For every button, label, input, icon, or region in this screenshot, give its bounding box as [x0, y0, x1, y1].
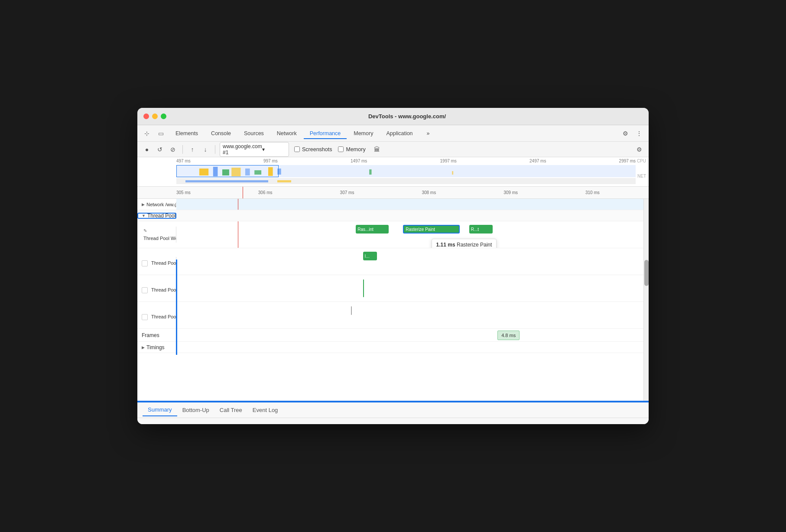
- timeline-content: ▶ Network /ww.google.com) ▼ Thread Pool: [137, 199, 649, 402]
- task-r-t[interactable]: R...t: [469, 225, 493, 234]
- worker-4-icon: [142, 314, 148, 320]
- svg-rect-0: [199, 169, 208, 175]
- ruler-mark-4: 308 ms: [422, 190, 436, 195]
- settings-icon[interactable]: ⚙: [620, 128, 630, 139]
- overview-time-1: 497 ms: [176, 159, 191, 165]
- ruler-mark-6: 310 ms: [585, 190, 600, 195]
- frames-bar[interactable]: 4.8 ms: [497, 331, 520, 340]
- tab-bottom-up[interactable]: Bottom-Up: [177, 404, 214, 416]
- traffic-lights: [143, 114, 166, 119]
- download-button[interactable]: ↓: [200, 144, 211, 155]
- thread-pool-expand-arrow: ▼: [142, 214, 146, 218]
- device-icon[interactable]: ▭: [156, 128, 166, 139]
- ruler-mark-5: 309 ms: [503, 190, 518, 195]
- memory-checkbox[interactable]: [338, 146, 344, 152]
- tab-summary[interactable]: Summary: [143, 404, 177, 416]
- network-label: Network /ww.google.com): [146, 202, 176, 207]
- worker-1-label-cell[interactable]: ✎ Thread Pool Worker 1: [137, 227, 176, 243]
- task-thin-4[interactable]: [351, 306, 352, 315]
- profile-select[interactable]: www.google.com #1 ▾: [220, 142, 289, 157]
- tab-console[interactable]: Console: [205, 128, 237, 139]
- cpu-label: CPU: [637, 159, 646, 163]
- minimize-button[interactable]: [152, 114, 158, 119]
- worker-4-label: Thread Pool Worker 4: [151, 314, 176, 319]
- timings-label: Timings: [146, 344, 165, 350]
- network-content: [176, 199, 649, 210]
- window-title: DevTools - www.google.com/: [172, 113, 643, 120]
- overview-panel: 497 ms 997 ms 1497 ms 1997 ms 2497 ms 29…: [137, 157, 649, 187]
- tab-application[interactable]: Application: [380, 128, 419, 139]
- network-track: ▶ Network /ww.google.com): [137, 199, 649, 210]
- frames-label: Frames: [142, 332, 159, 338]
- bottom-border: [137, 401, 649, 402]
- network-expand-arrow: ▶: [142, 202, 145, 207]
- svg-rect-9: [452, 171, 453, 175]
- bottom-panel: Summary Bottom-Up Call Tree Event Log: [137, 402, 649, 424]
- worker-1-content[interactable]: Ras...int Rasterize Paint R...t 1.11 ms …: [176, 221, 649, 248]
- tab-elements[interactable]: Elements: [169, 128, 204, 139]
- frames-bar-text: 4.8 ms: [501, 333, 516, 338]
- timings-expand-arrow: ▶: [142, 345, 145, 350]
- worker-4-content[interactable]: [176, 302, 649, 328]
- timings-content: [176, 342, 649, 353]
- worker-3-icon: [142, 287, 148, 293]
- worker-2-icon: [142, 260, 148, 266]
- cpu-overview[interactable]: [176, 165, 636, 177]
- thread-pool-content: [176, 210, 649, 221]
- tab-performance[interactable]: Performance: [304, 128, 347, 139]
- timings-label-cell[interactable]: ▶ Timings: [137, 344, 176, 350]
- worker-4-label-cell[interactable]: Thread Pool Worker 4: [137, 311, 176, 320]
- screenshots-checkbox[interactable]: [294, 146, 300, 152]
- timings-track: ▶ Timings: [137, 342, 649, 353]
- perf-settings-icon[interactable]: ⚙: [634, 144, 644, 155]
- scrollbar-thumb[interactable]: [644, 260, 649, 286]
- cursor-line: [243, 187, 243, 198]
- tab-network[interactable]: Network: [271, 128, 303, 139]
- svg-rect-2: [222, 169, 229, 175]
- left-indicator-bar: [176, 260, 177, 355]
- worker-2-label: Thread Pool Worker 2: [151, 260, 176, 266]
- frames-content[interactable]: 4.8 ms: [176, 329, 649, 341]
- worker-2-content[interactable]: I...: [176, 248, 649, 275]
- task-thin-3[interactable]: [363, 279, 364, 297]
- record-button[interactable]: ●: [142, 144, 152, 155]
- memory-checkbox-label[interactable]: Memory: [338, 146, 365, 152]
- maximize-button[interactable]: [161, 114, 166, 119]
- tab-sources[interactable]: Sources: [238, 128, 270, 139]
- tooltip-time: 1.11 ms: [436, 242, 455, 248]
- screenshots-checkbox-label[interactable]: Screenshots: [294, 146, 332, 152]
- worker-2-label-cell[interactable]: Thread Pool Worker 2: [137, 257, 176, 266]
- frames-label-cell[interactable]: Frames: [137, 332, 176, 338]
- ruler-mark-1: 305 ms: [176, 190, 191, 195]
- task-i[interactable]: I...: [363, 252, 377, 260]
- task-ras-int[interactable]: Ras...int: [356, 225, 389, 234]
- more-options-icon[interactable]: ⋮: [634, 128, 644, 139]
- tab-bar: ⊹ ▭ Elements Console Sources Network Per…: [137, 125, 649, 142]
- worker-1-label: Thread Pool Worker 1: [143, 236, 176, 241]
- thread-pool-label-cell[interactable]: ▼ Thread Pool: [137, 213, 176, 219]
- task-rasterize-paint[interactable]: Rasterize Paint: [403, 225, 460, 234]
- tab-event-log[interactable]: Event Log: [247, 404, 283, 416]
- dropdown-arrow: ▾: [262, 146, 286, 152]
- inspect-icon[interactable]: ⊹: [142, 128, 152, 139]
- tab-more[interactable]: »: [421, 128, 436, 139]
- titlebar: DevTools - www.google.com/: [137, 108, 649, 125]
- close-button[interactable]: [143, 114, 149, 119]
- tab-call-tree[interactable]: Call Tree: [214, 404, 247, 416]
- network-label-cell[interactable]: ▶ Network /ww.google.com): [137, 202, 176, 207]
- capture-icon[interactable]: 🏛: [372, 144, 382, 155]
- upload-button[interactable]: ↑: [187, 144, 198, 155]
- clear-button[interactable]: ⊘: [168, 144, 178, 155]
- devtools-window: DevTools - www.google.com/ ⊹ ▭ Elements …: [137, 108, 649, 424]
- ruler-mark-2: 306 ms: [258, 190, 273, 195]
- worker-3-content[interactable]: [176, 275, 649, 302]
- tooltip-label: Rasterize Paint: [457, 242, 492, 248]
- worker-3-label-cell[interactable]: Thread Pool Worker 3: [137, 284, 176, 293]
- scrollbar[interactable]: [643, 199, 649, 402]
- overview-time-6: 2997 ms: [619, 159, 636, 165]
- reload-button[interactable]: ↺: [155, 144, 165, 155]
- tab-memory[interactable]: Memory: [348, 128, 379, 139]
- divider: [182, 145, 183, 154]
- worker-4-track: Thread Pool Worker 4: [137, 302, 649, 329]
- bottom-tabs: Summary Bottom-Up Call Tree Event Log: [137, 402, 649, 418]
